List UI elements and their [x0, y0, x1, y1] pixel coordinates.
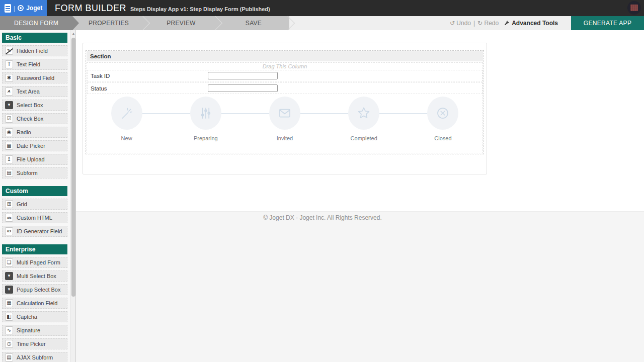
builder-tab-bar: DESIGN FORM PROPERTIES PREVIEW SAVE ↺ Un…	[0, 16, 644, 30]
steps-display-element[interactable]: New Preparing	[87, 95, 482, 154]
table-grid-icon: ⊞	[5, 200, 13, 208]
step-circle	[269, 97, 300, 130]
scrollbar-up-arrow-icon[interactable]: ▲	[71, 32, 75, 36]
sidebar-item-check-box[interactable]: ☑ Check Box	[2, 113, 67, 124]
step-invited: Invited	[245, 97, 324, 143]
asterisk-icon: ✱	[5, 74, 13, 82]
star-icon	[356, 106, 371, 121]
sidebar-item-radio[interactable]: ◉ Radio	[2, 127, 67, 138]
calculator-icon: ▦	[5, 299, 13, 307]
element-palette-sidebar: Basic ✎ Hidden Field T Text Field ✱ Pass…	[0, 30, 75, 362]
form-builder-window: | Joget FORM BUILDER Steps Display App v…	[0, 0, 644, 362]
sidebar-item-subform[interactable]: ▤ Subform	[2, 167, 67, 178]
page-title: FORM BUILDER	[55, 3, 126, 14]
undo-icon: ↺	[450, 20, 455, 27]
form-document-icon	[5, 4, 11, 13]
code-brackets-icon: </>	[5, 214, 13, 222]
tab-design-form[interactable]: DESIGN FORM	[0, 16, 72, 30]
sidebar-item-time-picker[interactable]: ◷ Time Picker	[2, 338, 67, 349]
signature-squiggle-icon: ∿	[5, 326, 13, 334]
sidebar-item-text-area[interactable]: A Text Area	[2, 86, 67, 97]
tab-preview[interactable]: PREVIEW	[145, 16, 217, 30]
undo-button[interactable]: ↺ Undo	[450, 20, 471, 27]
step-circle	[111, 97, 142, 130]
field-row-status[interactable]: Status	[87, 82, 482, 94]
step-completed: Completed	[325, 97, 404, 143]
step-circle	[348, 97, 379, 130]
undo-redo-divider: |	[473, 20, 475, 27]
sidebar-item-signature[interactable]: ∿ Signature	[2, 325, 67, 336]
checkbox-icon: ☑	[5, 115, 13, 123]
document-icon: ▤	[5, 169, 13, 177]
sidebar-item-custom-html[interactable]: </> Custom HTML	[2, 212, 67, 223]
sidebar-item-text-field[interactable]: T Text Field	[2, 59, 67, 70]
sidebar-item-grid[interactable]: ⊞ Grid	[2, 199, 67, 210]
user-avatar[interactable]	[627, 1, 641, 15]
radio-dot-icon: ◉	[5, 128, 13, 136]
sidebar-item-date-picker[interactable]: ▦ Date Picker	[2, 140, 67, 151]
sidebar-item-hidden-field[interactable]: ✎ Hidden Field	[2, 45, 67, 56]
wrench-icon	[504, 20, 510, 26]
sidebar-item-calculation-field[interactable]: ▦ Calculation Field	[2, 298, 67, 309]
joget-logo[interactable]: | Joget	[0, 0, 47, 16]
letter-a-box-icon: A	[5, 87, 13, 96]
task-id-input[interactable]	[208, 72, 278, 79]
dropdown-icon: ▼	[5, 272, 13, 280]
form-section[interactable]: Section Drag This Column Task ID Status	[86, 50, 484, 154]
sliders-icon	[198, 106, 213, 121]
canvas-footer-area	[76, 211, 644, 362]
sidebar-scrollbar[interactable]: ▲	[70, 30, 75, 362]
palette-section-custom: Custom	[2, 186, 67, 196]
paged-window-icon: ❏	[5, 258, 13, 266]
form-paper: Section Drag This Column Task ID Status	[83, 43, 487, 174]
document-icon: ▤	[5, 353, 13, 361]
redo-icon: ↻	[477, 20, 482, 27]
redo-button[interactable]: ↻ Redo	[477, 20, 499, 27]
upload-arrow-icon: ↥	[5, 155, 13, 163]
joget-circle-icon	[18, 5, 24, 11]
advanced-tools-button[interactable]: Advanced Tools	[504, 20, 558, 27]
calendar-icon: ▦	[5, 142, 13, 150]
sidebar-item-captcha[interactable]: ◧ Captcha	[2, 311, 67, 322]
toolbar: ↺ Undo | ↻ Redo Advanced Tools	[289, 16, 571, 30]
form-column[interactable]: Drag This Column Task ID Status	[87, 62, 483, 153]
sidebar-item-id-generator-field[interactable]: ID ID Generator Field	[2, 226, 67, 237]
step-label: New	[121, 135, 132, 141]
sidebar-item-file-upload[interactable]: ↥ File Upload	[2, 154, 67, 165]
form-canvas: © Joget DX - Joget Inc. All Rights Reser…	[75, 30, 644, 362]
sidebar-item-password-field[interactable]: ✱ Password Field	[2, 72, 67, 83]
generate-app-button[interactable]: GENERATE APP	[571, 16, 644, 30]
logo-divider: |	[14, 5, 15, 12]
step-label: Closed	[434, 135, 451, 141]
drag-column-hint: Drag This Column	[87, 63, 482, 70]
step-circle	[427, 97, 458, 130]
field-label: Status	[88, 85, 208, 92]
scrollbar-thumb[interactable]	[71, 38, 75, 297]
form-subtitle: Steps Display App v1: Step Display Form …	[130, 6, 270, 12]
field-label: Task ID	[88, 73, 208, 79]
envelope-icon	[277, 106, 292, 121]
sidebar-item-multi-paged-form[interactable]: ❏ Multi Paged Form	[2, 257, 67, 268]
dropdown-icon: ▼	[5, 101, 13, 109]
status-input[interactable]	[208, 84, 278, 92]
dropdown-icon: ▼	[5, 286, 13, 294]
palette-section-enterprise: Enterprise	[2, 244, 67, 254]
text-cursor-icon: T	[5, 60, 13, 68]
step-closed: Closed	[404, 97, 482, 143]
copyright-text: © Joget DX - Joget Inc. All Rights Reser…	[76, 214, 569, 221]
building-avatar-icon	[630, 5, 638, 11]
step-label: Completed	[351, 135, 377, 141]
sidebar-item-ajax-subform[interactable]: ▤ AJAX Subform	[2, 352, 67, 362]
step-circle	[190, 97, 221, 130]
field-row-task-id[interactable]: Task ID	[87, 70, 482, 81]
joget-logo-text: Joget	[26, 5, 42, 12]
tab-properties[interactable]: PROPERTIES	[72, 16, 145, 30]
step-label: Invited	[277, 135, 293, 141]
circle-x-icon	[435, 106, 450, 121]
tab-save[interactable]: SAVE	[217, 16, 290, 30]
magic-wand-icon	[119, 106, 134, 121]
id-letters-icon: ID	[5, 227, 13, 235]
sidebar-item-multi-select-box[interactable]: ▼ Multi Select Box	[2, 270, 67, 282]
sidebar-item-select-box[interactable]: ▼ Select Box	[2, 100, 67, 111]
sidebar-item-popup-select-box[interactable]: ▼ Popup Select Box	[2, 284, 67, 295]
